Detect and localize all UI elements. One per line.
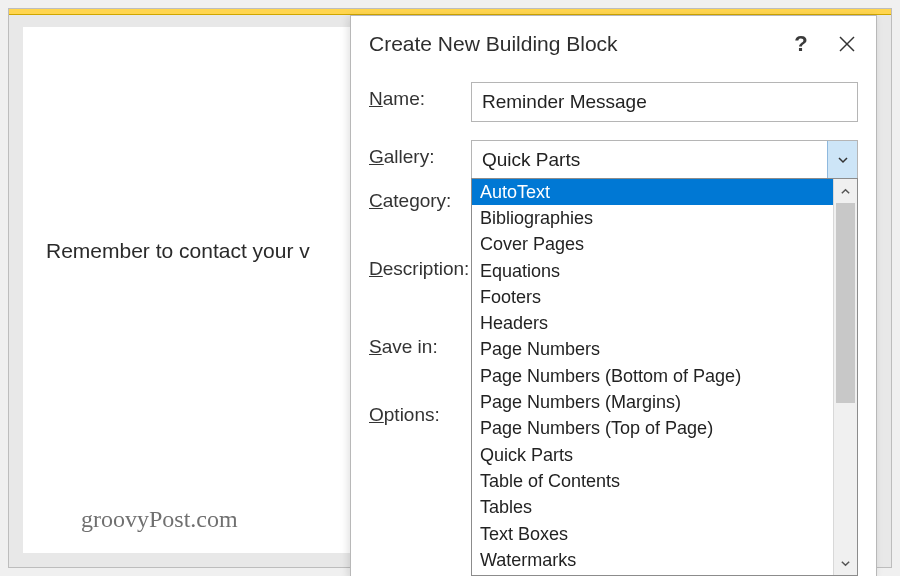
chevron-down-icon — [837, 154, 849, 166]
app-window: Remember to contact your v groovyPost.co… — [8, 8, 892, 568]
gallery-option[interactable]: Watermarks — [472, 547, 833, 573]
close-icon — [838, 35, 856, 53]
save-in-label: Save in: — [369, 336, 471, 358]
dialog-titlebar: Create New Building Block ? — [351, 16, 876, 72]
gallery-option[interactable]: Tables — [472, 495, 833, 521]
description-label: Description: — [369, 258, 471, 280]
gallery-option[interactable]: Footers — [472, 284, 833, 310]
options-label: Options: — [369, 404, 471, 426]
help-button[interactable]: ? — [778, 23, 824, 65]
category-label: Category: — [369, 190, 471, 212]
gallery-option[interactable]: Text Boxes — [472, 521, 833, 547]
labels-stack: Category: Description: Save in: Options: — [369, 190, 473, 472]
dialog-title: Create New Building Block — [369, 32, 778, 56]
gallery-label: Gallery: — [369, 140, 471, 168]
gallery-option[interactable]: Page Numbers (Top of Page) — [472, 416, 833, 442]
name-label: Name: — [369, 82, 471, 110]
gallery-option[interactable]: Headers — [472, 310, 833, 336]
gallery-combo-button[interactable] — [827, 141, 857, 179]
name-input[interactable] — [471, 82, 858, 122]
scroll-up-button[interactable] — [834, 179, 857, 203]
gallery-option[interactable]: Page Numbers (Margins) — [472, 389, 833, 415]
gallery-option[interactable]: Quick Parts — [472, 442, 833, 468]
gallery-option[interactable]: Table of Contents — [472, 468, 833, 494]
watermark-text: groovyPost.com — [81, 506, 238, 533]
dialog-form: Name: Gallery: Quick Parts — [351, 72, 876, 180]
gallery-option[interactable]: Cover Pages — [472, 232, 833, 258]
gallery-option[interactable]: Page Numbers (Bottom of Page) — [472, 363, 833, 389]
close-button[interactable] — [824, 23, 870, 65]
create-building-block-dialog: Create New Building Block ? Name: Galler… — [350, 15, 877, 576]
gallery-option[interactable]: Bibliographies — [472, 205, 833, 231]
gallery-option[interactable]: Equations — [472, 258, 833, 284]
chevron-down-icon — [840, 558, 851, 569]
gallery-dropdown-list: AutoText Bibliographies Cover Pages Equa… — [472, 179, 833, 575]
document-body-text: Remember to contact your v — [46, 239, 310, 263]
dropdown-scrollbar[interactable] — [833, 179, 857, 575]
gallery-dropdown[interactable]: AutoText Bibliographies Cover Pages Equa… — [471, 178, 858, 576]
gallery-combo-value: Quick Parts — [472, 149, 827, 171]
scroll-down-button[interactable] — [834, 551, 857, 575]
gallery-option[interactable]: Page Numbers — [472, 337, 833, 363]
gallery-option[interactable]: AutoText — [472, 179, 833, 205]
scroll-thumb[interactable] — [836, 203, 855, 403]
gallery-combo[interactable]: Quick Parts — [471, 140, 858, 180]
chevron-up-icon — [840, 186, 851, 197]
